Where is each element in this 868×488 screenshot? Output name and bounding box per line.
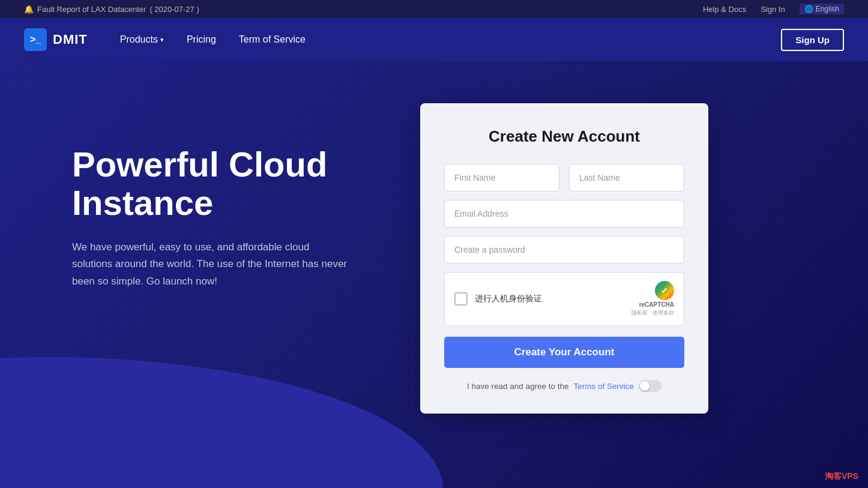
create-account-button[interactable]: Create Your Account	[444, 337, 684, 368]
tos-nav-link[interactable]: Term of Service	[231, 29, 314, 50]
captcha-links: 隐私权 · 使用条款	[631, 309, 674, 317]
nav-links: Products ▾ Pricing Term of Service	[112, 29, 314, 50]
recaptcha-logo: ✓	[655, 281, 674, 300]
tos-label: Term of Service	[239, 34, 306, 45]
alert-icon: 🔔	[24, 5, 34, 14]
products-nav-link[interactable]: Products ▾	[112, 29, 172, 50]
pricing-nav-link[interactable]: Pricing	[178, 29, 225, 50]
language-button[interactable]: 🌐 English	[800, 4, 844, 14]
help-docs-link[interactable]: Help & Docs	[703, 5, 746, 14]
captcha-brand: reCAPTCHA	[639, 301, 674, 308]
signin-link[interactable]: Sign In	[761, 5, 785, 14]
captcha-checkbox[interactable]	[454, 292, 468, 306]
name-row	[444, 164, 684, 191]
hero-blob	[0, 357, 492, 488]
form-title: Create New Account	[444, 127, 684, 146]
logo-icon-text: >_	[30, 34, 41, 45]
tos-toggle[interactable]	[639, 380, 662, 392]
logo-icon: >_	[24, 28, 47, 51]
password-row	[444, 236, 684, 264]
watermark: 淘客VPS	[825, 471, 858, 482]
tos-prefix-text: I have read and agree to the	[467, 382, 569, 391]
lang-label: English	[816, 5, 839, 13]
hero-content: Powerful Cloud Instance We have powerful…	[72, 97, 420, 291]
top-bar: 🔔 Fault Report of LAX Datacenter ( 2020-…	[0, 0, 868, 18]
alert-date: ( 2020-07-27 )	[149, 5, 199, 14]
captcha-text: 进行人机身份验证	[475, 294, 542, 304]
products-label: Products	[120, 34, 158, 45]
logo-link[interactable]: >_ DMIT	[24, 28, 88, 51]
firstname-input[interactable]	[444, 164, 559, 191]
captcha-left: 进行人机身份验证	[454, 292, 542, 306]
signup-button[interactable]: Sign Up	[781, 29, 844, 51]
top-bar-right: Help & Docs Sign In 🌐 English	[703, 4, 844, 14]
navbar: >_ DMIT Products ▾ Pricing Term of Servi…	[0, 18, 868, 61]
captcha-box[interactable]: 进行人机身份验证 ✓ reCAPTCHA 隐私权 · 使用条款	[444, 272, 684, 326]
hero-title: Powerful Cloud Instance	[72, 145, 420, 222]
logo-text: DMIT	[53, 32, 88, 47]
tos-row: I have read and agree to the Terms of Se…	[444, 380, 684, 392]
email-row	[444, 200, 684, 227]
email-input[interactable]	[444, 200, 684, 227]
navbar-left: >_ DMIT Products ▾ Pricing Term of Servi…	[24, 28, 314, 51]
lang-icon: 🌐	[804, 5, 813, 13]
pricing-label: Pricing	[187, 34, 216, 45]
alert-bar: 🔔 Fault Report of LAX Datacenter ( 2020-…	[24, 5, 199, 14]
hero-subtitle: We have powerful, easy to use, and affor…	[72, 239, 348, 291]
registration-form-panel: Create New Account 进行人机身份验证 ✓ reCAPTCHA …	[420, 103, 708, 414]
hero-section: Powerful Cloud Instance We have powerful…	[0, 61, 868, 488]
chevron-down-icon: ▾	[160, 36, 164, 44]
tos-link[interactable]: Terms of Service	[574, 382, 634, 391]
alert-text: Fault Report of LAX Datacenter	[37, 5, 146, 14]
captcha-right: ✓ reCAPTCHA 隐私权 · 使用条款	[631, 281, 674, 317]
toggle-thumb	[640, 381, 649, 391]
lastname-input[interactable]	[569, 164, 684, 191]
password-input[interactable]	[444, 236, 684, 264]
